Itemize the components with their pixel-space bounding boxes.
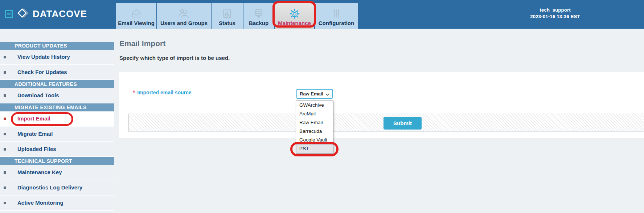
required-marker: * [133,90,135,96]
select-value: Raw Email [300,91,325,97]
database-icon [254,8,264,19]
datetime: 2023-01-16 13:36 EST [508,13,602,20]
bullet-icon [4,202,6,204]
dropdown-option-raw-email[interactable]: Raw Email [296,118,333,127]
main-content: Email Import Specify which type of impor… [114,29,644,213]
tab-backup[interactable]: Backup [243,3,274,29]
sidebar-item-label: Import Email [17,115,50,122]
submit-button[interactable]: Submit [383,117,422,130]
user-info: tech_support 2023-01-16 13:36 EST [508,7,602,20]
sidebar-section-product-updates: PRODUCT UPDATES [0,42,114,50]
import-source-dropdown-list: GWArchiveArcMailRaw EmailBarracudaGoogle… [296,101,333,153]
sidebar-item-download-tools[interactable]: Download Tools [0,88,114,103]
username: tech_support [508,7,602,13]
sidebar-item-active-monitoring[interactable]: Active Monitoring [0,196,114,211]
sidebar-item-label: Uploaded Files [17,146,56,152]
tab-maintenance[interactable]: Maintenance [275,3,314,29]
sidebar-section-technical-support: TECHNICAL SUPPORT [0,157,114,165]
bar-chart-icon [222,8,232,19]
diamond-logo-icon [16,6,30,21]
bullet-icon [4,71,6,74]
sidebar-item-check-for-updates[interactable]: Check For Updates [0,65,114,80]
button-row: Submit [128,114,644,132]
sidebar-item-view-update-history[interactable]: View Update History [0,50,114,65]
tab-label: Backup [249,20,268,26]
gear-icon [289,8,300,19]
tab-email-viewing[interactable]: Email Viewing [116,3,156,29]
tab-users-and-groups[interactable]: Users and Groups [157,3,211,29]
sidebar-item-migrate-email[interactable]: Migrate Email [0,127,114,142]
users-icon [178,8,190,19]
dropdown-option-arcmail[interactable]: ArcMail [296,110,333,118]
tab-label: Email Viewing [118,20,155,26]
bullet-icon [4,187,6,189]
nav-tabs: Email ViewingUsers and GroupsStatusBacku… [116,3,358,29]
sidebar-item-label: Download Tools [17,92,59,98]
sidebar-collapse-icon[interactable] [5,10,13,18]
bullet-icon [4,148,6,151]
tab-status[interactable]: Status [212,3,243,29]
envelope-open-icon [131,8,142,19]
sidebar-item-label: View Update History [17,54,70,60]
datacove-app: DATACOVE Email ViewingUsers and GroupsSt… [0,0,644,213]
sidebar-item-label: Check For Updates [17,69,67,75]
page-subtitle: Specify which type of import is to be us… [119,55,644,61]
header: DATACOVE Email ViewingUsers and GroupsSt… [0,0,644,29]
dropdown-option-pst[interactable]: PST [296,144,333,153]
sidebar-item-uploaded-files[interactable]: Uploaded Files [0,142,114,157]
dropdown-option-gwarchive[interactable]: GWArchive [296,101,333,110]
sidebar-section-additional-features: ADDITIONAL FEATURES [0,80,114,88]
sidebar: PRODUCT UPDATESView Update HistoryCheck … [0,29,114,213]
bullet-icon [4,56,6,58]
sidebar-item-label: Migrate Email [17,131,53,137]
chevron-down-icon [325,91,329,97]
field-label: *Imported email source [133,90,192,96]
bullet-icon [4,118,6,120]
sliders-icon [331,8,341,19]
bullet-icon [4,171,6,174]
sidebar-item-label: Maintenance Key [17,169,62,175]
bullet-icon [4,133,6,135]
sidebar-item-label: Active Monitoring [17,200,63,206]
import-source-select[interactable]: Raw Email [296,89,333,99]
tab-label: Status [219,20,235,26]
sidebar-item-maintenance-key[interactable]: Maintenance Key [0,165,114,180]
tab-label: Maintenance [278,20,311,26]
page-title: Email Import [119,39,644,48]
tab-label: Users and Groups [160,20,208,26]
form-panel: *Imported email source Raw Email Submit [119,72,644,138]
sidebar-item-diagnostics-log-delivery[interactable]: Diagnostics Log Delivery [0,180,114,196]
sidebar-section-migrate-existing-emails: MIGRATE EXISTING EMAILS [0,103,114,111]
field-label-text: Imported email source [137,90,191,95]
tab-label: Configuration [319,20,354,26]
dropdown-option-google-vault[interactable]: Google Vault [296,136,333,144]
tab-configuration[interactable]: Configuration [315,3,358,29]
sidebar-item-label: Diagnostics Log Delivery [17,184,82,191]
bullet-icon [4,94,6,97]
brand-name: DATACOVE [33,5,87,23]
sidebar-item-import-email[interactable]: Import Email [0,111,114,127]
dropdown-option-barracuda[interactable]: Barracuda [296,127,333,136]
logo: DATACOVE [16,5,87,23]
